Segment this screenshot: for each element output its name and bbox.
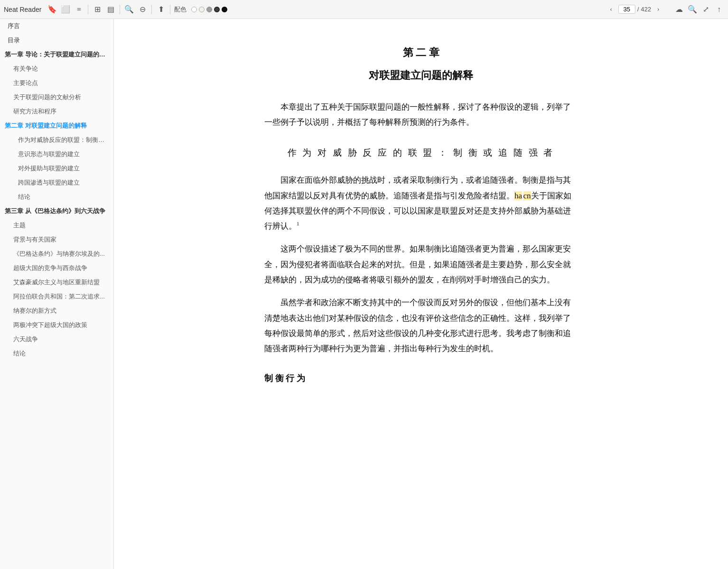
sidebar-item-ch2-s5[interactable]: 结论 bbox=[0, 190, 113, 204]
color-dot-light[interactable] bbox=[199, 7, 205, 12]
sidebar-item-ch3-s5[interactable]: 艾森豪威尔主义与地区重新结盟 bbox=[0, 275, 113, 289]
main-layout: 序言 目录 第一章 导论：关于联盟建立问题的探讨 有关争论 主要论点 关于联盟问… bbox=[0, 19, 728, 569]
content-area: 第 二 章 对联盟建立问题的解释 本章提出了五种关于国际联盟问题的一般性解释，探… bbox=[114, 19, 728, 569]
color-dot-gray[interactable] bbox=[206, 7, 212, 12]
app-title: Neat Reader bbox=[4, 6, 41, 13]
sidebar-item-ch1-s1[interactable]: 有关争论 bbox=[0, 62, 113, 76]
bookmark-icon[interactable]: 🔖 bbox=[47, 4, 57, 15]
paragraph-3: 虽然学者和政治家不断支持其中的一个假设而反对另外的假设，但他们基本上没有清楚地表… bbox=[264, 295, 578, 356]
sidebar-item-ch1-s3[interactable]: 关于联盟问题的文献分析 bbox=[0, 90, 113, 104]
paragraph-2: 这两个假设描述了极为不同的世界。如果制衡比追随强者更为普遍，那么国家更安全，因为… bbox=[264, 242, 578, 288]
chapter-title-line1: 第 二 章 bbox=[264, 43, 578, 63]
toolbar: Neat Reader 🔖 ⬜ ≡ ⊞ ▤ 🔍 ⊖ ⬆ 配色 ‹ 35 / 42… bbox=[0, 0, 728, 19]
color-dot-dark[interactable] bbox=[214, 7, 220, 12]
color-dot-black[interactable] bbox=[222, 7, 227, 12]
sidebar-item-ch3-s9[interactable]: 六天战争 bbox=[0, 332, 113, 346]
cloud-icon[interactable]: ☁ bbox=[674, 4, 684, 15]
highlight-ha: ha bbox=[514, 191, 522, 200]
sidebar-item-toc[interactable]: 目录 bbox=[0, 33, 113, 47]
paragraph-1: 国家在面临外部威胁的挑战时，或者采取制衡行为，或者追随强者。制衡是指与其他国家结… bbox=[264, 173, 578, 234]
sidebar-item-ch3-s3[interactable]: 《巴格达条约》与纳赛尔埃及的... bbox=[0, 247, 113, 261]
sidebar-item-ch2-s1[interactable]: 作为对威胁反应的联盟：制衡或... bbox=[0, 133, 113, 147]
toolbar-separator-3 bbox=[151, 5, 152, 14]
toolbar-separator-4 bbox=[170, 5, 170, 14]
page-body: 第 二 章 对联盟建立问题的解释 本章提出了五种关于国际联盟问题的一般性解释，探… bbox=[236, 19, 606, 569]
highlight-cn: cn bbox=[523, 191, 531, 200]
list-icon[interactable]: ▤ bbox=[105, 4, 116, 15]
sidebar-item-ch3-s4[interactable]: 超级大国的竞争与西奈战争 bbox=[0, 261, 113, 275]
sidebar-item-ch3-s7[interactable]: 纳赛尔的新方式 bbox=[0, 304, 113, 318]
sidebar-item-ch2-s3[interactable]: 对外援助与联盟的建立 bbox=[0, 161, 113, 176]
sidebar: 序言 目录 第一章 导论：关于联盟建立问题的探讨 有关争论 主要论点 关于联盟问… bbox=[0, 19, 114, 569]
next-page-button[interactable]: › bbox=[653, 4, 663, 15]
search-icon-2[interactable]: ⊖ bbox=[137, 4, 148, 15]
sidebar-item-ch1-s2[interactable]: 主要论点 bbox=[0, 76, 113, 90]
prev-page-button[interactable]: ‹ bbox=[606, 4, 616, 15]
sidebar-item-ch3-s2[interactable]: 背景与有关国家 bbox=[0, 233, 113, 247]
sidebar-item-ch1[interactable]: 第一章 导论：关于联盟建立问题的探讨 bbox=[0, 47, 113, 62]
color-selector bbox=[191, 7, 227, 12]
footnote-1: 1 bbox=[297, 221, 299, 227]
collapse-icon[interactable]: ↑ bbox=[714, 4, 724, 15]
section1-title: 作 为 对 威 胁 反 应 的 联 盟 ： 制 衡 或 追 随 强 者 bbox=[264, 144, 578, 161]
chapter-title-line2: 对联盟建立问题的解释 bbox=[264, 65, 578, 85]
total-pages: 422 bbox=[641, 6, 651, 13]
expand-icon[interactable]: ⤢ bbox=[700, 4, 711, 15]
sidebar-item-ch1-s4[interactable]: 研究方法和程序 bbox=[0, 104, 113, 119]
search-icon-1[interactable]: 🔍 bbox=[124, 4, 134, 15]
page-navigation: ‹ 35 / 422 › bbox=[606, 4, 663, 15]
toolbar-right-icons: ☁ 🔍 ⤢ ↑ bbox=[674, 4, 724, 15]
sidebar-item-ch2-s2[interactable]: 意识形态与联盟的建立 bbox=[0, 147, 113, 161]
color-dot-white[interactable] bbox=[191, 7, 197, 12]
copy-icon[interactable]: ⬜ bbox=[60, 4, 71, 15]
sidebar-item-ch3[interactable]: 第三章 从《巴格达条约》到六天战争 bbox=[0, 204, 113, 218]
sidebar-item-ch2-s4[interactable]: 跨国渗透与联盟的建立 bbox=[0, 176, 113, 190]
sidebar-item-preface[interactable]: 序言 bbox=[0, 19, 113, 33]
import-icon[interactable]: ⬆ bbox=[156, 4, 166, 15]
grid-icon[interactable]: ⊞ bbox=[92, 4, 103, 15]
color-label: 配色 bbox=[174, 5, 187, 14]
menu-icon[interactable]: ≡ bbox=[74, 4, 84, 15]
intro-paragraph: 本章提出了五种关于国际联盟问题的一般性解释，探讨了各种假设的逻辑，列举了一些例子… bbox=[264, 100, 578, 131]
sidebar-item-ch3-s1[interactable]: 主题 bbox=[0, 218, 113, 233]
toolbar-separator-2 bbox=[120, 5, 120, 14]
sidebar-item-ch3-s10[interactable]: 结论 bbox=[0, 346, 113, 361]
section2-title: 制 衡 行 为 bbox=[264, 370, 578, 386]
page-number-input[interactable]: 35 bbox=[618, 5, 635, 14]
page-separator: / bbox=[637, 6, 639, 13]
sidebar-item-ch2[interactable]: 第二章 对联盟建立问题的解释 bbox=[0, 119, 113, 133]
search-right-icon[interactable]: 🔍 bbox=[687, 4, 698, 15]
sidebar-item-ch3-s6[interactable]: 阿拉伯联合共和国：第二次追求... bbox=[0, 289, 113, 304]
sidebar-item-ch3-s8[interactable]: 两极冲突下超级大国的政策 bbox=[0, 318, 113, 332]
toolbar-separator-1 bbox=[88, 5, 88, 14]
